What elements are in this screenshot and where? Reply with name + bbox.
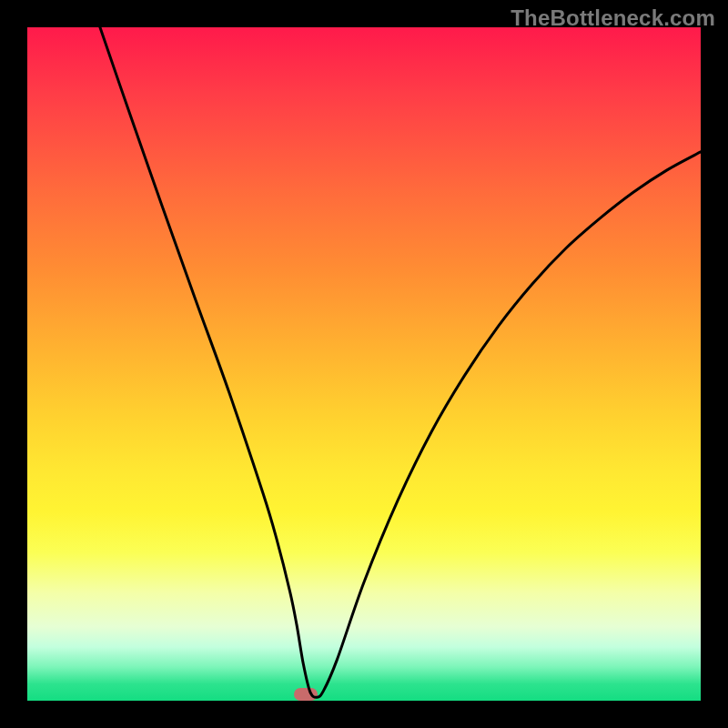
watermark-text: TheBottleneck.com — [511, 5, 715, 31]
plot-area — [27, 27, 701, 701]
bottleneck-curve-svg — [27, 27, 701, 701]
bottleneck-curve-path — [100, 27, 701, 697]
chart-frame: TheBottleneck.com — [0, 0, 728, 728]
